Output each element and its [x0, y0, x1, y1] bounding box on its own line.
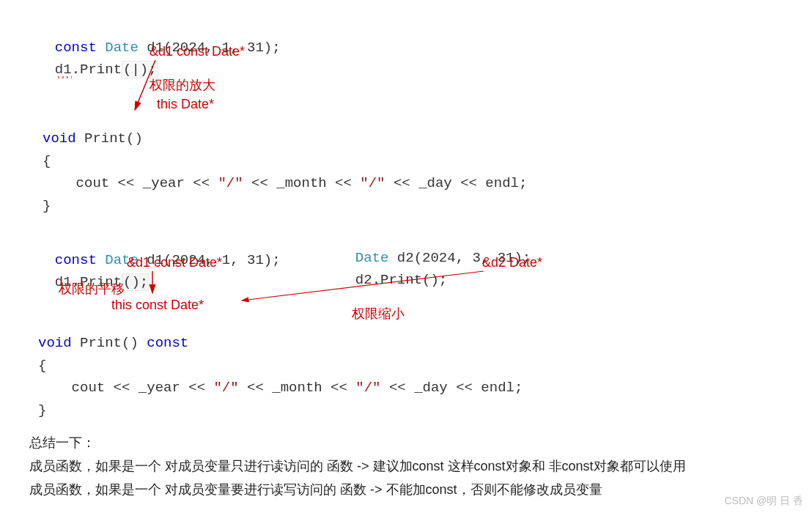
fn-name: Print [84, 130, 126, 147]
ident-print: Print [80, 62, 122, 78]
note-expand: 权限的放大 [150, 75, 215, 96]
fn-name2: Print [80, 335, 122, 351]
fn-paren2: () [122, 335, 147, 351]
note-d2-type: &d2 Date* [482, 252, 542, 273]
paren2: (); [122, 273, 150, 291]
func2: void Print() const { cout << _year << "/… [38, 310, 523, 421]
paren3: (); [422, 272, 447, 288]
body-2b: << _month << [239, 380, 356, 396]
code-call-d1: d1.Print(|); [38, 37, 158, 81]
ident-d2: d2 [355, 272, 372, 288]
brace-open2: { [38, 358, 46, 374]
kw-void: void [43, 130, 76, 147]
kw-const3: const [147, 335, 188, 351]
dot: . [72, 62, 80, 78]
dot3: . [372, 272, 380, 288]
watermark: CSDN @明 日 香 [724, 492, 803, 509]
brace-close: } [43, 198, 51, 214]
summary-line1: 成员函数，如果是一个 对成员变量只进行读访问的 函数 -> 建议加const 这… [29, 456, 686, 477]
str-1b: "/" [213, 380, 238, 396]
summary-title: 总结一下： [29, 432, 95, 454]
body-1: cout << _year << [43, 175, 218, 191]
summary-line2: 成员函数，如果是一个 对成员变量要进行读写访问的 函数 -> 不能加const，… [29, 479, 602, 501]
brace-close2: } [38, 402, 46, 418]
note-d1-type: &d1 const Date* [150, 41, 245, 62]
str-2: "/" [360, 175, 385, 191]
code-call-d2: d2.Print(); [339, 247, 447, 292]
ident-d1: d1 [55, 62, 72, 78]
ident-print3: Print [380, 272, 422, 288]
body-2: << _month << [243, 175, 361, 191]
body-3: << _day << endl; [385, 175, 528, 191]
body-3b: << _day << endl; [381, 380, 523, 396]
str-2b: "/" [355, 380, 380, 396]
str-1: "/" [218, 175, 243, 191]
func1: void Print() { cout << _year << "/" << _… [43, 106, 527, 217]
brace-open: { [43, 153, 51, 169]
note-d1-type2: &d1 const Date* [127, 252, 222, 273]
body-1b: cout << _year << [38, 380, 213, 396]
kw-void2: void [38, 335, 72, 351]
fn-paren: () [126, 130, 143, 147]
